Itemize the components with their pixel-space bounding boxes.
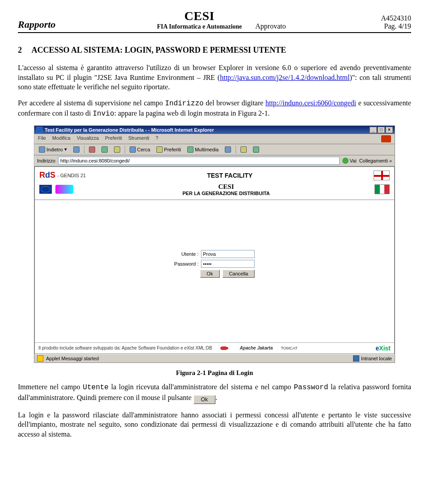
header-center: CESI FIA Informatica e Automazione	[157, 9, 242, 30]
page-header-row1: RdS - GENDIS 21 TEST FACILITY	[35, 167, 394, 182]
menu-help[interactable]: ?	[156, 135, 158, 142]
star-icon	[156, 146, 163, 153]
links-button[interactable]: Collegamenti »	[359, 158, 392, 163]
tomcat-label: TOMCAT	[281, 346, 298, 350]
jakarta-label: Apache Jakarta	[240, 346, 273, 350]
uk-flag-icon[interactable]	[374, 171, 390, 180]
go-button[interactable]: Vai	[342, 158, 357, 164]
security-zone: Intranet locale	[353, 355, 392, 362]
search-button[interactable]: Cerca	[128, 146, 152, 153]
print-icon	[253, 146, 259, 153]
maximize-button[interactable]: □	[378, 127, 385, 133]
section-heading: 2 ACCESSO AL SISTEMA: LOGIN, PASSWORD E …	[18, 46, 411, 55]
menubar: File Modifica Visualizza Preferiti Strum…	[34, 134, 395, 144]
media-label: Multimedia	[195, 147, 219, 152]
figure-caption: Figura 2-1 Pagina di Login	[18, 369, 411, 377]
search-icon	[130, 146, 136, 153]
address-label: Indirizzo	[37, 158, 55, 163]
favorites-button[interactable]: Preferiti	[155, 146, 183, 153]
statusbar: Applet Messaggi started Intranet locale	[34, 354, 395, 362]
password-label: Password :	[174, 261, 198, 267]
menu-favorites[interactable]: Preferiti	[105, 135, 122, 142]
footer-credits: Il prodotto include software sviluppato …	[38, 346, 212, 350]
paragraph-2: Per accedere al sistema di supervisione …	[18, 98, 411, 119]
doc-code: A4524310	[381, 14, 411, 22]
test-facility-title: TEST FACILITY	[86, 172, 374, 179]
address-input[interactable]	[58, 157, 340, 165]
code-utente: Utente	[83, 383, 109, 392]
forward-button[interactable]	[72, 146, 81, 153]
para3b: la login ricevuta dall'amministratore de…	[109, 383, 294, 391]
cancel-button[interactable]: Cancella	[222, 270, 255, 278]
doc-type: Rapporto	[18, 19, 157, 30]
status-message: Applet Messaggi started	[46, 356, 99, 361]
toolbar: Indietro ▾ Cerca Preferiti Multimedia	[34, 144, 395, 155]
mail-button[interactable]	[239, 146, 248, 153]
dispower-logo	[55, 185, 73, 194]
header-subtitle: FIA Informatica e Automazione	[157, 23, 242, 30]
section-number: 2	[18, 46, 22, 55]
go-icon	[342, 158, 349, 164]
back-button[interactable]: Indietro ▾	[37, 146, 69, 153]
code-invio: Invio	[93, 110, 114, 118]
page-footer: Il prodotto include software sviluppato …	[35, 342, 394, 354]
media-icon	[187, 146, 193, 153]
search-label: Cerca	[137, 147, 150, 152]
refresh-button[interactable]	[100, 146, 109, 153]
zone-label: Intranet locale	[361, 356, 392, 361]
forward-icon	[73, 146, 80, 153]
section-title: ACCESSO AL SISTEMA: LOGIN, PASSWORD E PE…	[32, 46, 286, 54]
zone-icon	[353, 355, 359, 362]
page-header-row2: CESI PER LA GENERAZIONE DISTRIBUITA	[35, 182, 394, 200]
print-button[interactable]	[251, 146, 261, 153]
stop-icon	[89, 146, 95, 153]
header-right: A4524310 Pag. 4/19	[381, 14, 411, 30]
cesi-logo: CESI	[157, 9, 242, 23]
menu-file[interactable]: File	[38, 135, 46, 142]
ok-button[interactable]: Ok	[200, 270, 219, 278]
titlebar: Test Facility per la Generazione Distrib…	[34, 126, 395, 134]
para3a: Immettere nel campo	[18, 383, 83, 391]
login-buttons: Ok Cancella	[174, 270, 255, 278]
links-label: Collegamenti	[359, 158, 388, 163]
password-input[interactable]	[201, 260, 255, 268]
history-icon	[225, 146, 231, 153]
stop-button[interactable]	[87, 146, 97, 153]
home-icon	[114, 146, 120, 153]
approved-label: Approvato	[242, 22, 381, 30]
mail-icon	[240, 146, 247, 153]
app-url-link[interactable]: http://induno.cesi:6060/congedi	[265, 99, 356, 107]
refresh-icon	[101, 146, 108, 153]
para3d: .	[215, 394, 217, 401]
menu-edit[interactable]: Modifica	[52, 135, 71, 142]
paragraph-3: Immettere nel campo Utente la login rice…	[18, 382, 411, 404]
menu-view[interactable]: Visualizza	[77, 135, 99, 142]
minimize-button[interactable]: _	[370, 127, 377, 133]
history-button[interactable]	[223, 146, 233, 153]
user-input[interactable]	[201, 250, 255, 258]
throbber-icon	[381, 135, 391, 142]
paragraph-4: La login e la password rilasciate dall'a…	[18, 410, 411, 439]
back-icon	[39, 146, 45, 153]
home-button[interactable]	[112, 146, 122, 153]
close-button[interactable]: ×	[386, 127, 393, 133]
para2b: del browser digitare	[204, 99, 265, 107]
media-button[interactable]: Multimedia	[185, 146, 220, 153]
menu-tools[interactable]: Strumenti	[128, 135, 149, 142]
cesi-mid: CESI PER LA GENERAZIONE DISTRIBUITA	[78, 183, 374, 196]
applet-icon	[37, 355, 43, 362]
code-password: Password	[294, 383, 328, 392]
jre-link[interactable]: http://java.sun.com/j2se/1.4.2/download.…	[220, 74, 349, 81]
doc-header: Rapporto CESI FIA Informatica e Automazi…	[18, 9, 411, 33]
code-indirizzo: Indirizzo	[165, 100, 203, 108]
paragraph-1: L'accesso al sistema è garantito attrave…	[18, 63, 411, 92]
page-content: RdS - GENDIS 21 TEST FACILITY CESI PER L…	[34, 167, 395, 354]
ie-window: Test Facility per la Generazione Distrib…	[34, 125, 395, 363]
go-label: Vai	[350, 158, 357, 163]
it-flag-icon[interactable]	[374, 184, 390, 194]
rds-logo: RdS	[39, 171, 55, 180]
password-row: Password :	[174, 260, 255, 268]
user-row: Utente :	[174, 250, 255, 258]
apache-feather-icon	[220, 345, 232, 351]
para2a: Per accedere al sistema di supervisione …	[18, 99, 165, 107]
